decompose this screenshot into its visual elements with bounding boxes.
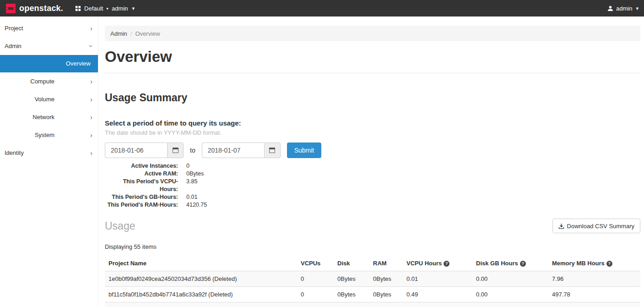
help-icon[interactable]: ?	[444, 261, 449, 267]
page-title: Overview	[105, 48, 640, 66]
usage-section-header: Usage Download CSV Summary	[105, 219, 640, 233]
cell-vcpu-hours: 0.01	[403, 271, 472, 287]
chevron-right-icon: ›	[90, 72, 92, 90]
brand-text: openstack.	[19, 4, 63, 13]
cell-ram: 0Bytes	[369, 287, 403, 302]
cell-project-name: ea1f2f357c09465eb6991edf7079efbe (Delete…	[105, 302, 297, 307]
stat-active-ram: Active RAM: 0Bytes	[105, 170, 640, 178]
date-from-input[interactable]	[105, 143, 167, 158]
query-period-prompt: Select a period of time to query its usa…	[105, 119, 640, 127]
to-label: to	[190, 147, 195, 154]
chevron-right-icon: ›	[90, 126, 92, 144]
calendar-icon	[269, 148, 275, 153]
col-vcpu-hours[interactable]: VCPU Hours?	[403, 256, 472, 271]
help-icon[interactable]: ?	[520, 261, 526, 267]
divider	[105, 73, 640, 73]
cell-disk: 0Bytes	[334, 271, 369, 287]
col-memory-mb-hours[interactable]: Memory MB Hours?	[548, 256, 640, 271]
domain-project-switcher[interactable]: Default ● admin ▾	[75, 5, 135, 12]
chevron-right-icon: ›	[90, 108, 92, 126]
user-icon	[607, 5, 613, 11]
sidebar-item-identity[interactable]: Identity ›	[0, 144, 98, 162]
cell-disk-gb-hours: 0.00	[472, 302, 548, 307]
user-menu[interactable]: admin ▾	[607, 5, 639, 12]
domain-name: Default	[84, 5, 103, 12]
cell-memory-mb-hours: 497.78	[548, 287, 640, 302]
usage-table: Project Name VCPUs Disk RAM VCPU Hours? …	[105, 256, 640, 307]
breadcrumb-current: Overview	[135, 30, 160, 37]
cell-memory-mb-hours: 110.93	[548, 302, 640, 307]
download-icon	[558, 223, 564, 229]
domain-icon	[75, 5, 81, 11]
col-disk[interactable]: Disk	[334, 256, 369, 271]
sidebar-item-admin[interactable]: Admin ›	[0, 37, 98, 55]
usage-heading: Usage	[105, 220, 135, 232]
table-row: ea1f2f357c09465eb6991edf7079efbe (Delete…	[105, 302, 640, 307]
sidebar-item-overview[interactable]: Overview	[0, 55, 98, 72]
top-navbar: openstack. Default ● admin ▾ admin ▾	[0, 0, 644, 16]
breadcrumb-separator: /	[130, 30, 132, 37]
cell-memory-mb-hours: 7.96	[548, 271, 640, 287]
openstack-brand[interactable]: openstack.	[5, 3, 63, 14]
cell-disk-gb-hours: 0.00	[472, 271, 548, 287]
table-row: bf11c5fa0f1b452db4b7741a6c33a92f (Delete…	[105, 287, 640, 302]
cell-project-name: 1e0b0f99af0249cea24502034d73d356 (Delete…	[105, 271, 297, 287]
table-header-row: Project Name VCPUs Disk RAM VCPU Hours? …	[105, 256, 640, 271]
cell-project-name: bf11c5fa0f1b452db4b7741a6c33a92f (Delete…	[105, 287, 297, 302]
breadcrumb-admin: Admin	[110, 30, 127, 37]
stat-active-instances: Active Instances: 0	[105, 162, 640, 170]
stat-ram-hours: This Period's RAM-Hours: 4120.75	[105, 201, 640, 209]
col-vcpus[interactable]: VCPUs	[297, 256, 334, 271]
user-name: admin	[616, 5, 632, 12]
sidebar-item-compute[interactable]: Compute ›	[0, 72, 98, 90]
calendar-icon	[173, 148, 179, 153]
help-icon[interactable]: ?	[606, 261, 612, 267]
date-range-form: to Submit	[105, 143, 640, 158]
cell-vcpus: 0	[297, 287, 334, 302]
usage-stats: Active Instances: 0 Active RAM: 0Bytes T…	[105, 162, 640, 209]
sidebar: Project › Admin › Overview Compute › Vol…	[0, 16, 98, 307]
col-disk-gb-hours[interactable]: Disk GB Hours?	[472, 256, 548, 271]
cell-disk: 0Bytes	[334, 287, 369, 302]
cell-ram: 0Bytes	[369, 302, 403, 307]
chevron-right-icon: ›	[90, 144, 92, 162]
col-ram[interactable]: RAM	[369, 256, 403, 271]
caret-down-icon: ▾	[636, 5, 639, 11]
sidebar-item-project[interactable]: Project ›	[0, 19, 98, 37]
table-row: 1e0b0f99af0249cea24502034d73d356 (Delete…	[105, 271, 640, 287]
project-name: admin	[112, 5, 128, 12]
date-to-group	[202, 143, 281, 158]
cell-vcpu-hours: 0.49	[403, 287, 472, 302]
caret-down-icon: ▾	[132, 5, 135, 11]
col-project-name[interactable]: Project Name	[105, 256, 297, 271]
date-to-input[interactable]	[202, 143, 264, 158]
date-to-calendar-button[interactable]	[264, 143, 281, 158]
chevron-right-icon: ›	[90, 90, 92, 108]
sidebar-item-system[interactable]: System ›	[0, 126, 98, 144]
download-csv-button[interactable]: Download CSV Summary	[552, 219, 640, 233]
bullet-icon: ●	[106, 6, 108, 11]
sidebar-item-network[interactable]: Network ›	[0, 108, 98, 126]
stat-vcpu-hours: This Period's VCPU-Hours: 3.85	[105, 178, 640, 193]
sidebar-item-volume[interactable]: Volume ›	[0, 90, 98, 108]
chevron-down-icon: ›	[82, 45, 100, 47]
main-content: Admin / Overview Overview Usage Summary …	[98, 26, 644, 307]
cell-disk: 0Bytes	[334, 302, 369, 307]
stat-gb-hours: This Period's GB-Hours: 0.01	[105, 193, 640, 201]
breadcrumb: Admin / Overview	[105, 26, 640, 41]
submit-button[interactable]: Submit	[287, 143, 322, 158]
date-from-calendar-button[interactable]	[167, 143, 184, 158]
chevron-right-icon: ›	[90, 19, 92, 37]
usage-summary-heading: Usage Summary	[105, 92, 640, 104]
cell-disk-gb-hours: 0.00	[472, 287, 548, 302]
cell-vcpus: 0	[297, 271, 334, 287]
openstack-logo-icon	[5, 3, 16, 14]
cell-ram: 0Bytes	[369, 271, 403, 287]
date-format-hint: The date should be in YYYY-MM-DD format.	[105, 129, 640, 136]
date-from-group	[105, 143, 184, 158]
items-count: Displaying 55 items	[105, 243, 640, 250]
cell-vcpu-hours: 0.11	[403, 302, 472, 307]
cell-vcpus: 0	[297, 302, 334, 307]
